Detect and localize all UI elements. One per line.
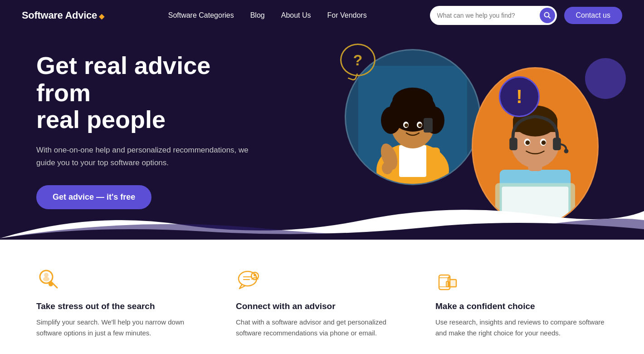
hero-title: Get real advice from real people bbox=[36, 52, 254, 133]
svg-rect-5 bbox=[399, 145, 426, 177]
svg-point-28 bbox=[542, 140, 546, 145]
exclamation-bubble: ! bbox=[499, 76, 540, 117]
nav-about-us[interactable]: About Us bbox=[281, 11, 311, 20]
feature-choice: Make a confident choice Use research, in… bbox=[435, 267, 608, 339]
feature-search-desc: Simplify your search. We'll help you nar… bbox=[36, 317, 209, 339]
nav-software-categories[interactable]: Software Categories bbox=[168, 11, 234, 20]
nav-for-vendors[interactable]: For Vendors bbox=[327, 11, 367, 20]
search-bar bbox=[430, 6, 557, 25]
svg-point-14 bbox=[405, 123, 408, 127]
features-section: Take stress out of the search Simplify y… bbox=[0, 240, 644, 354]
contact-button[interactable]: Contact us bbox=[564, 7, 622, 24]
svg-rect-47 bbox=[446, 281, 449, 287]
feature-search-title: Take stress out of the search bbox=[36, 301, 209, 311]
svg-line-1 bbox=[548, 17, 550, 19]
svg-point-37 bbox=[43, 277, 49, 281]
search-icon bbox=[544, 12, 551, 19]
hero-wave bbox=[0, 202, 644, 240]
svg-point-11 bbox=[392, 88, 433, 115]
logo-text: Software Advice bbox=[22, 10, 97, 21]
svg-point-31 bbox=[564, 149, 569, 153]
svg-point-18 bbox=[382, 162, 393, 174]
logo-icon: ⬥ bbox=[98, 9, 105, 23]
thumbsup-feature-icon bbox=[435, 267, 461, 292]
svg-point-38 bbox=[49, 282, 53, 286]
svg-point-27 bbox=[525, 140, 530, 145]
search-button[interactable] bbox=[540, 8, 555, 23]
logo[interactable]: Software Advice ⬥ bbox=[22, 9, 105, 23]
feature-choice-desc: Use research, insights and reviews to co… bbox=[435, 317, 608, 339]
woman-illustration bbox=[358, 66, 467, 184]
feature-advisor-title: Connect with an advisor bbox=[236, 301, 408, 311]
svg-rect-16 bbox=[424, 118, 433, 133]
feature-choice-title: Make a confident choice bbox=[435, 301, 608, 311]
feature-advisor-desc: Chat with a software advisor and get per… bbox=[236, 317, 408, 339]
nav-blog[interactable]: Blog bbox=[250, 11, 265, 20]
svg-point-39 bbox=[239, 271, 257, 286]
svg-rect-29 bbox=[509, 138, 517, 150]
navbar: Software Advice ⬥ Software Categories Bl… bbox=[0, 0, 644, 31]
svg-point-9 bbox=[381, 107, 401, 134]
svg-point-36 bbox=[44, 273, 49, 277]
svg-point-43 bbox=[254, 274, 256, 276]
hero-section: Get real advice from real people With on… bbox=[0, 31, 644, 240]
svg-point-15 bbox=[418, 123, 422, 127]
nav-links: Software Categories Blog About Us For Ve… bbox=[168, 11, 367, 20]
feature-advisor: Connect with an advisor Chat with a soft… bbox=[236, 267, 408, 339]
question-bubble: ? bbox=[340, 44, 376, 76]
search-feature-icon bbox=[36, 267, 62, 292]
chat-feature-icon bbox=[236, 267, 261, 292]
feature-search: Take stress out of the search Simplify y… bbox=[36, 267, 209, 339]
hero-subtitle: With one-on-one help and personalized re… bbox=[36, 144, 254, 168]
search-input[interactable] bbox=[437, 12, 540, 19]
nav-right: Contact us bbox=[430, 6, 622, 25]
